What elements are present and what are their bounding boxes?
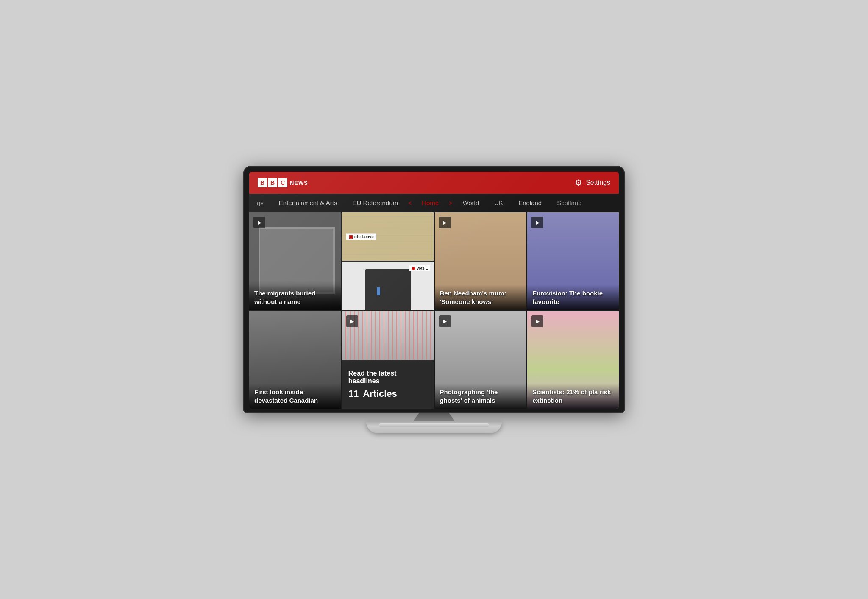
play-icon-plants: ▶ xyxy=(531,315,543,327)
card-eu[interactable]: ▣ ote Leave ▣ Vote L xyxy=(342,212,434,310)
card-migrants-overlay: The migrants buried without a name xyxy=(249,285,341,310)
sidebar-item-world[interactable]: World xyxy=(455,194,487,212)
card-elephants[interactable]: ▶ Photographing 'the ghosts' of animals xyxy=(435,311,526,409)
sidebar-item-scotland[interactable]: Scotland xyxy=(549,194,589,212)
bbc-box-b2: B xyxy=(268,178,277,187)
card-elephants-title: Photographing 'the ghosts' of animals xyxy=(440,388,521,404)
bbc-logo: B B C NEWS xyxy=(258,178,308,187)
card-eurovision[interactable]: ▶ Eurovision: The bookie favourite xyxy=(527,212,619,310)
card-canada[interactable]: First look inside devastated Canadian xyxy=(249,311,341,409)
card-headlines-image-area: ▶ xyxy=(342,311,434,360)
tv-stand-neck xyxy=(413,413,455,421)
settings-label: Settings xyxy=(586,179,610,187)
chevron-left-icon: < xyxy=(408,200,412,206)
nav-label-scotland: Scotland xyxy=(557,199,581,206)
card-headlines-count: 11 Articles xyxy=(348,388,427,399)
content-grid: ▶ The migrants buried without a name ▣ o… xyxy=(249,212,619,409)
nav-chevron-right[interactable]: > xyxy=(446,200,455,206)
card-migrants[interactable]: ▶ The migrants buried without a name xyxy=(249,212,341,310)
card-headlines-info: Read the latest headlines 11 Articles xyxy=(342,360,434,409)
sidebar-item-england[interactable]: England xyxy=(511,194,549,212)
vote-l-icon: ▣ xyxy=(412,266,415,270)
card-eu-bottom-image: ▣ Vote L xyxy=(342,262,434,310)
card-eu-top-image: ▣ ote Leave xyxy=(342,212,434,261)
card-canada-title: First look inside devastated Canadian xyxy=(254,388,336,404)
card-migrants-title: The migrants buried without a name xyxy=(254,289,336,306)
card-plants-title: Scientists: 21% of pla risk extinction xyxy=(532,388,614,404)
card-ben-title: Ben Needham's mum: 'Someone knows' xyxy=(440,289,521,306)
bbc-news-text: NEWS xyxy=(290,180,308,186)
bbc-box-b1: B xyxy=(258,178,267,187)
sidebar-item-entertainment[interactable]: Entertainment & Arts xyxy=(271,194,345,212)
articles-number: 11 xyxy=(348,388,359,399)
card-headlines[interactable]: ▶ Read the latest headlines 11 Articles xyxy=(342,311,434,409)
play-icon: ▶ xyxy=(253,217,265,228)
sidebar-item-technology[interactable]: gy xyxy=(249,194,271,212)
nav-label-technology: gy xyxy=(257,199,264,206)
card-elephants-overlay: Photographing 'the ghosts' of animals xyxy=(435,384,526,409)
card-plants[interactable]: ▶ Scientists: 21% of pla risk extinction xyxy=(527,311,619,409)
play-icon-elephants: ▶ xyxy=(439,315,451,327)
sidebar-item-uk[interactable]: UK xyxy=(487,194,511,212)
vote-l-label: Vote L xyxy=(417,266,428,270)
bbc-boxes: B B C xyxy=(258,178,287,187)
sidebar-item-home[interactable]: Home xyxy=(414,194,446,212)
sidebar-item-eu-referendum[interactable]: EU Referendum xyxy=(345,194,406,212)
card-plants-overlay: Scientists: 21% of pla risk extinction xyxy=(527,384,619,409)
settings-button[interactable]: ⚙ Settings xyxy=(575,178,610,188)
nav-label-entertainment: Entertainment & Arts xyxy=(279,199,337,206)
tv-frame: B B C NEWS ⚙ Settings gy Entertainment xyxy=(243,166,625,413)
card-ben-needham[interactable]: ▶ Ben Needham's mum: 'Someone knows' xyxy=(435,212,526,310)
play-icon-ben: ▶ xyxy=(439,217,451,228)
card-eurovision-title: Eurovision: The bookie favourite xyxy=(532,289,614,306)
articles-label: Articles xyxy=(363,388,397,399)
play-icon-headlines: ▶ xyxy=(346,315,358,327)
vote-leave-icon: ▣ xyxy=(349,234,353,239)
vote-leave-label: ote Leave xyxy=(354,234,374,239)
card-ben-overlay: Ben Needham's mum: 'Someone knows' xyxy=(435,285,526,310)
nav-label-home: Home xyxy=(422,199,439,206)
nav-label-eu-referendum: EU Referendum xyxy=(352,199,398,206)
nav-bar: gy Entertainment & Arts EU Referendum < … xyxy=(249,194,619,212)
card-headlines-title: Read the latest headlines xyxy=(348,370,427,385)
nav-label-england: England xyxy=(518,199,542,206)
nav-label-uk: UK xyxy=(494,199,503,206)
nav-label-world: World xyxy=(462,199,479,206)
card-eurovision-overlay: Eurovision: The bookie favourite xyxy=(527,285,619,310)
bbc-box-c: C xyxy=(278,178,287,187)
header: B B C NEWS ⚙ Settings xyxy=(249,172,619,194)
tv-stand-base xyxy=(366,421,502,433)
tv-screen: B B C NEWS ⚙ Settings gy Entertainment xyxy=(249,172,619,409)
play-icon-eurovision: ▶ xyxy=(531,217,543,228)
nav-chevron-left[interactable]: < xyxy=(406,200,414,206)
card-canada-overlay: First look inside devastated Canadian xyxy=(249,384,341,409)
gear-icon: ⚙ xyxy=(575,178,582,188)
chevron-right-icon: > xyxy=(449,200,452,206)
tv-display: B B C NEWS ⚙ Settings gy Entertainment xyxy=(243,166,625,433)
